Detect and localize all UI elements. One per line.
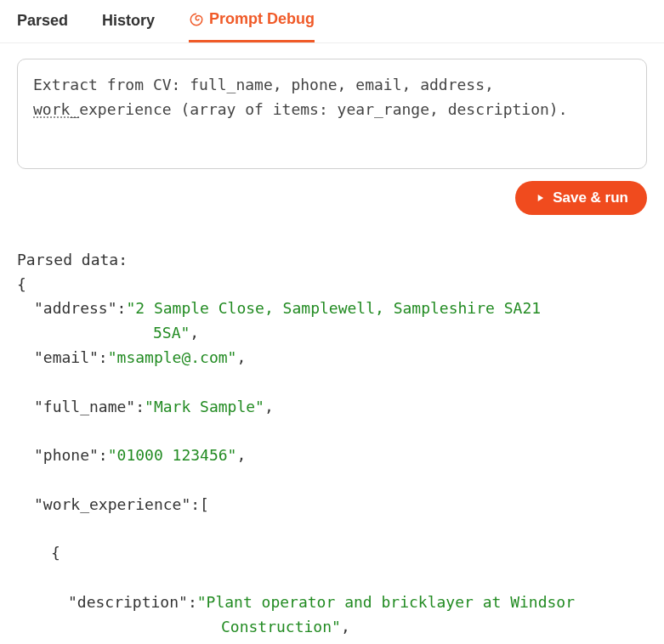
prompt-line2-rest: experience (array of items: year_range, …	[79, 100, 567, 118]
item1-desc-val2: Construction"	[221, 618, 341, 636]
tab-history-label: History	[102, 12, 155, 30]
item1-open: {	[51, 544, 60, 562]
workexp-key: "work_experience"	[34, 495, 190, 513]
tab-prompt-debug-label: Prompt Debug	[209, 10, 315, 28]
play-icon	[534, 192, 546, 204]
address-val-1: "2 Sample Close, Samplewell, Sampleshire…	[126, 299, 541, 317]
brace-open: {	[17, 275, 26, 293]
fullname-val: "Mark Sample"	[145, 398, 264, 415]
tabs-bar: Parsed History Prompt Debug	[0, 0, 664, 43]
email-key: "email"	[34, 348, 99, 366]
fullname-key: "full_name"	[34, 398, 135, 415]
actions-row: Save & run	[17, 181, 647, 215]
save-run-button[interactable]: Save & run	[515, 181, 647, 215]
prompt-line2-underlined: work_	[33, 100, 79, 118]
save-run-label: Save & run	[553, 189, 628, 206]
tab-parsed-label: Parsed	[17, 12, 68, 30]
output-heading: Parsed data:	[17, 251, 128, 268]
email-val: "msample@.com"	[108, 348, 237, 366]
array-open: [	[200, 495, 209, 513]
phone-key: "phone"	[34, 446, 99, 464]
prompt-line1: Extract from CV: full_name, phone, email…	[33, 76, 494, 93]
phone-val: "01000 123456"	[108, 446, 237, 464]
address-key: "address"	[34, 299, 117, 317]
tab-prompt-debug[interactable]: Prompt Debug	[189, 10, 315, 42]
item1-desc-val1: "Plant operator and bricklayer at Windso…	[197, 593, 575, 611]
tab-parsed[interactable]: Parsed	[17, 12, 68, 42]
prompt-panel: Extract from CV: full_name, phone, email…	[0, 43, 664, 215]
swirl-icon	[189, 12, 204, 27]
tab-history[interactable]: History	[102, 12, 155, 42]
address-val-2: 5SA"	[153, 324, 190, 342]
item1-desc-key: "description"	[68, 593, 188, 611]
prompt-textarea[interactable]: Extract from CV: full_name, phone, email…	[17, 59, 647, 169]
parsed-output: Parsed data: { "address":"2 Sample Close…	[0, 215, 664, 644]
